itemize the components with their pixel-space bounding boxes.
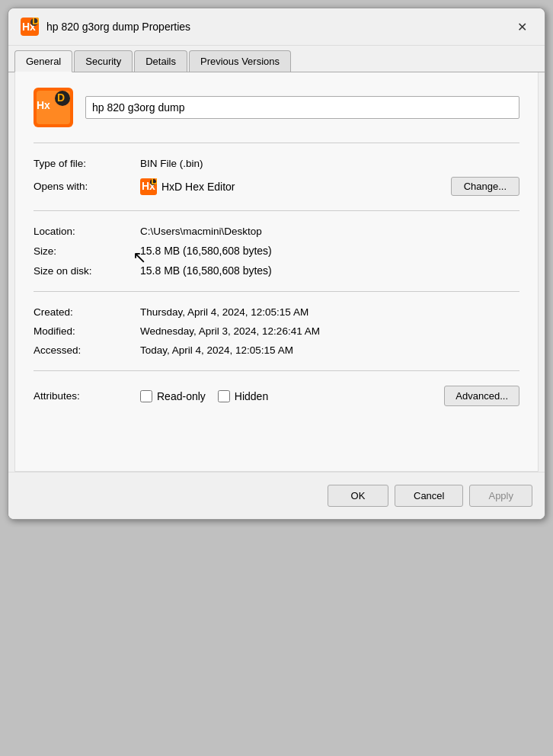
attributes-controls: Read-only Hidden Advanced... xyxy=(140,386,519,406)
tab-content-general: Hx D Type of file: BIN File (.bin) Opens… xyxy=(14,72,539,472)
readonly-checkbox[interactable] xyxy=(140,390,152,402)
close-button[interactable]: ✕ xyxy=(511,16,532,37)
type-value: BIN File (.bin) xyxy=(140,158,519,169)
created-label: Created: xyxy=(34,306,140,318)
tab-general[interactable]: General xyxy=(14,50,72,72)
svg-text:Hx: Hx xyxy=(37,99,50,111)
modified-value: Wednesday, April 3, 2024, 12:26:41 AM xyxy=(140,325,519,337)
created-value: Thursday, April 4, 2024, 12:05:15 AM xyxy=(140,306,519,318)
tab-details[interactable]: Details xyxy=(134,50,187,72)
opens-with-icon: Hx D xyxy=(140,178,157,195)
location-value: C:\Users\macmini\Desktop xyxy=(140,226,519,237)
location-label: Location: xyxy=(34,226,140,237)
divider-1 xyxy=(34,143,519,143)
size-disk-value: 15.8 MB (16,580,608 bytes) ↖ xyxy=(140,264,519,277)
app-icon: Hx D xyxy=(21,18,39,36)
size-value: 15.8 MB (16,580,608 bytes) xyxy=(140,245,519,257)
created-row: Created: Thursday, April 4, 2024, 12:05:… xyxy=(34,303,519,322)
svg-text:D: D xyxy=(32,18,39,27)
change-button[interactable]: Change... xyxy=(451,177,519,196)
hidden-checkbox-label[interactable]: Hidden xyxy=(218,390,268,402)
tab-bar: General Security Details Previous Versio… xyxy=(8,46,545,72)
attributes-row: Attributes: Read-only Hidden Advanced... xyxy=(34,382,519,410)
divider-2 xyxy=(34,210,519,211)
title-bar-left: Hx D hp 820 g3org dump Properties xyxy=(21,18,190,36)
modified-row: Modified: Wednesday, April 3, 2024, 12:2… xyxy=(34,322,519,341)
readonly-checkbox-label[interactable]: Read-only xyxy=(140,390,206,402)
size-disk-label: Size on disk: xyxy=(34,265,140,277)
advanced-button[interactable]: Advanced... xyxy=(444,386,519,406)
hidden-label: Hidden xyxy=(235,390,268,402)
modified-label: Modified: xyxy=(34,325,140,337)
svg-text:D: D xyxy=(57,91,65,104)
title-bar: Hx D hp 820 g3org dump Properties ✕ xyxy=(8,8,545,46)
accessed-label: Accessed: xyxy=(34,344,140,356)
window-title: hp 820 g3org dump Properties xyxy=(46,21,190,33)
divider-3 xyxy=(34,291,519,292)
type-row: Type of file: BIN File (.bin) xyxy=(34,154,519,173)
opens-label: Opens with: xyxy=(34,181,140,192)
apply-button[interactable]: Apply xyxy=(469,485,532,507)
size-label: Size: xyxy=(34,245,140,257)
opens-value-container: Hx D HxD Hex Editor Change... xyxy=(140,177,519,196)
size-disk-row: Size on disk: 15.8 MB (16,580,608 bytes)… xyxy=(34,261,519,280)
tab-previous-versions[interactable]: Previous Versions xyxy=(189,50,291,72)
accessed-value: Today, April 4, 2024, 12:05:15 AM xyxy=(140,344,519,356)
accessed-row: Accessed: Today, April 4, 2024, 12:05:15… xyxy=(34,341,519,360)
cancel-button[interactable]: Cancel xyxy=(395,485,463,507)
bottom-buttons: OK Cancel Apply xyxy=(8,472,545,519)
hidden-checkbox[interactable] xyxy=(218,390,230,402)
tab-security[interactable]: Security xyxy=(74,50,133,72)
attributes-label: Attributes: xyxy=(34,390,140,402)
ok-button[interactable]: OK xyxy=(328,485,388,507)
file-header: Hx D xyxy=(34,88,519,127)
location-row: Location: C:\Users\macmini\Desktop xyxy=(34,222,519,241)
opens-with-row: Opens with: Hx D HxD Hex Editor Change..… xyxy=(34,173,519,200)
file-name-input[interactable] xyxy=(85,96,519,119)
readonly-label: Read-only xyxy=(157,390,206,402)
svg-text:D: D xyxy=(151,178,157,187)
type-label: Type of file: xyxy=(34,158,140,169)
divider-4 xyxy=(34,370,519,371)
file-icon: Hx D xyxy=(34,88,73,127)
size-row: Size: 15.8 MB (16,580,608 bytes) xyxy=(34,241,519,261)
opens-app-name: HxD Hex Editor xyxy=(161,181,235,193)
properties-window: Hx D hp 820 g3org dump Properties ✕ Gene… xyxy=(8,8,545,520)
